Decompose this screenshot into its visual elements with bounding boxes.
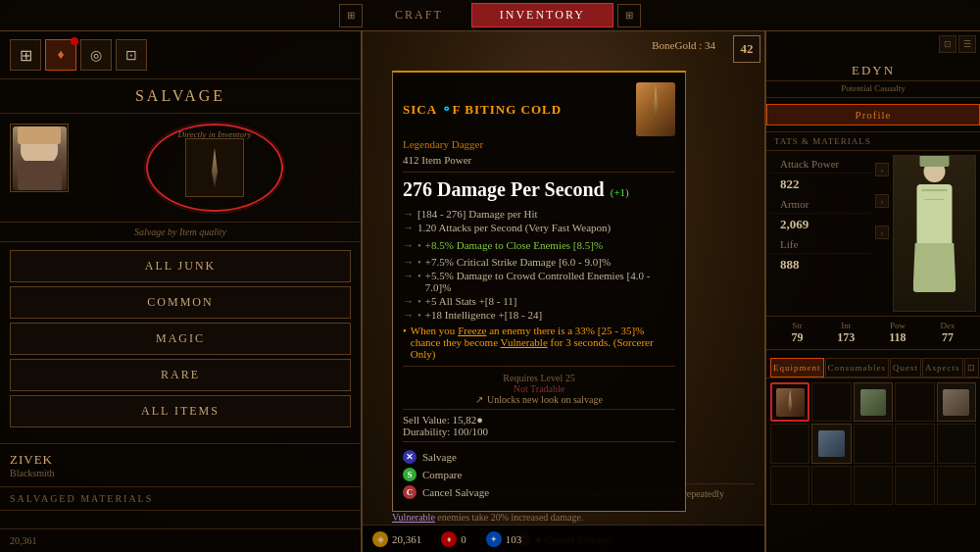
inv-slot-9[interactable] [895,424,934,463]
npc-portrait [10,124,69,192]
gem-icon: ⚬ [441,102,453,117]
npc-icon-btn-2[interactable]: ♦ [45,39,76,71]
salvage-title: SALVAGE [0,79,361,114]
item-slot[interactable] [185,138,244,197]
left-bottom-bar: 20,361 [0,528,361,552]
npc-name: ZIVEK [10,452,351,468]
tab-aspects[interactable]: Aspects [922,358,963,377]
tooltip-sell-value: Sell Value: 15,82● Durability: 100/100 [403,409,675,437]
action-salvage[interactable]: ✕ Salvage [403,448,675,466]
quality-buttons: ALL JUNK COMMON MAGIC RARE ALL ITEMS [0,242,361,435]
tooltip-requires: Requires Level 25 [403,373,675,383]
stat-arrow-1[interactable]: › [875,163,889,176]
tab-equipment[interactable]: Equipment [770,358,824,377]
inv-slot-2[interactable] [811,382,851,422]
r-icon-2[interactable]: ☰ [958,35,976,53]
gold-icon: ◈ [372,531,388,547]
sec-stat-str: Str [791,321,803,330]
tab-extra[interactable]: ⊡ [964,358,979,377]
center-scene: BoneGold : 34 42 SICA ⚬F BITING COLD Leg… [363,31,764,552]
nav-left-icon[interactable]: ⊞ [339,4,363,27]
action-compare[interactable]: S Compare [403,466,675,483]
stat-label-ap: Attack Power [780,158,839,170]
scene-level-badge: 42 [733,35,760,63]
stat-attack-power: Attack Power [770,155,871,174]
nav-tab-inventory[interactable]: INVENTORY [471,3,613,27]
btn-all-items[interactable]: ALL ITEMS [10,395,351,427]
nav-tab-craft[interactable]: CRAFT [367,3,471,27]
tab-quest[interactable]: Quest [890,358,921,377]
tooltip-stat-7: •+18 Intelligence +[18 - 24] [403,308,675,322]
npc-icon-btn-3[interactable]: ◎ [80,39,112,71]
stat-arrow-2[interactable]: › [875,194,889,208]
stat-value-life: 888 [770,256,871,274]
tooltip-item-type: Legendary Dagger [403,138,675,150]
tooltip-stat-1: [184 - 276] Damage per Hit [403,207,675,221]
vulnerable-text: Vulnerable enemies take 20% increased da… [392,512,755,523]
tooltip-dps-change: (+1) [611,186,629,198]
resource-blood: ♦ 0 [441,531,466,547]
tooltip-actions: ✕ Salvage S Compare C Cancel Salvage [403,441,675,501]
tooltip-stat-2: 1.20 Attacks per Second (Very Fast Weapo… [403,221,675,234]
inv-slot-8[interactable] [854,424,893,463]
nav-right-icon[interactable]: ⊞ [617,4,641,27]
resource-essence: ✦ 103 [486,531,522,547]
sec-stat-dex-val: 77 [941,330,956,345]
npc-icon-btn-4[interactable]: ⊡ [116,39,147,71]
salvage-panel: ⊞ ♦ ◎ ⊡ SALVAGE [0,31,363,552]
inv-slot-4[interactable] [895,382,934,422]
char-subtitle: Potential Casualty [766,81,980,98]
right-panel: ⊡ ☰ EDYN Potential Casualty Profile tats… [764,31,980,552]
tooltip-divider-1 [403,366,675,367]
npc-icon-btn-1[interactable]: ⊞ [10,39,41,71]
key-s-icon: S [403,468,416,481]
tooltip-stat-4: •+7.5% Critical Strike Damage [6.0 - 9.0… [403,255,675,269]
inv-slot-10[interactable] [937,424,976,463]
top-nav: ⊞ CRAFT INVENTORY ⊞ [0,0,980,31]
profile-button[interactable]: Profile [766,104,980,125]
tooltip-stat-5: •+5.5% Damage to Crowd Controlled Enemie… [403,269,675,294]
npc-title: Blacksmith [10,468,351,478]
char-name: EDYN [766,57,980,81]
inv-slot-15[interactable] [937,466,976,505]
blood-icon: ♦ [441,531,457,547]
inv-slot-14[interactable] [895,466,934,505]
btn-magic[interactable]: MAGIC [10,323,351,355]
btn-all-junk[interactable]: ALL JUNK [10,250,351,282]
right-icons-row: ⊡ ☰ [766,31,980,57]
inv-slot-7[interactable] [811,424,851,463]
stats-materials-title: tats & Materials [774,136,871,146]
equip-tabs: Equipment Consumables Quest Aspects ⊡ [766,354,980,378]
inv-slot-11[interactable] [770,466,809,505]
btn-common[interactable]: COMMON [10,286,351,319]
inv-slot-1[interactable] [770,382,809,422]
item-slot-container: Directly in Inventory [146,124,283,212]
inv-slot-13[interactable] [854,466,893,505]
tooltip-stat-3: •+8.5% Damage to Close Enemies [8.5]% [403,238,675,252]
sec-stat-pow: Pow [889,321,906,330]
inv-slot-5[interactable] [937,382,976,422]
resource-bar: ◈ 20,361 ♦ 0 ✦ 103 [363,525,764,552]
r-icon-1[interactable]: ⊡ [939,35,956,53]
essence-value: 103 [506,533,522,545]
inv-slot-12[interactable] [811,466,851,505]
sec-stat-int-val: 173 [837,330,855,345]
bone-gold-display: BoneGold : 34 [652,39,715,51]
inv-slot-3[interactable] [854,382,893,422]
stat-arrow-3[interactable]: › [875,226,889,239]
key-x-icon: ✕ [403,450,416,464]
stat-value-ap: 822 [770,176,871,193]
btn-rare[interactable]: RARE [10,359,351,391]
essence-icon: ✦ [486,531,502,547]
sec-stat-str-val: 79 [791,330,803,345]
resource-gold: ◈ 20,361 [372,531,421,547]
sec-stat-int: Int [837,321,855,330]
inv-slot-6[interactable] [770,424,809,463]
action-cancel[interactable]: C Cancel Salvage [403,483,675,501]
stat-label-armor: Armor [780,198,808,210]
key-c-icon: C [403,485,416,499]
sec-stat-pow-val: 118 [889,330,906,345]
item-tooltip: SICA ⚬F BITING COLD Legendary Dagger 412… [392,71,686,512]
tab-consumables[interactable]: Consumables [825,358,890,377]
stat-armor: Armor [770,195,871,214]
